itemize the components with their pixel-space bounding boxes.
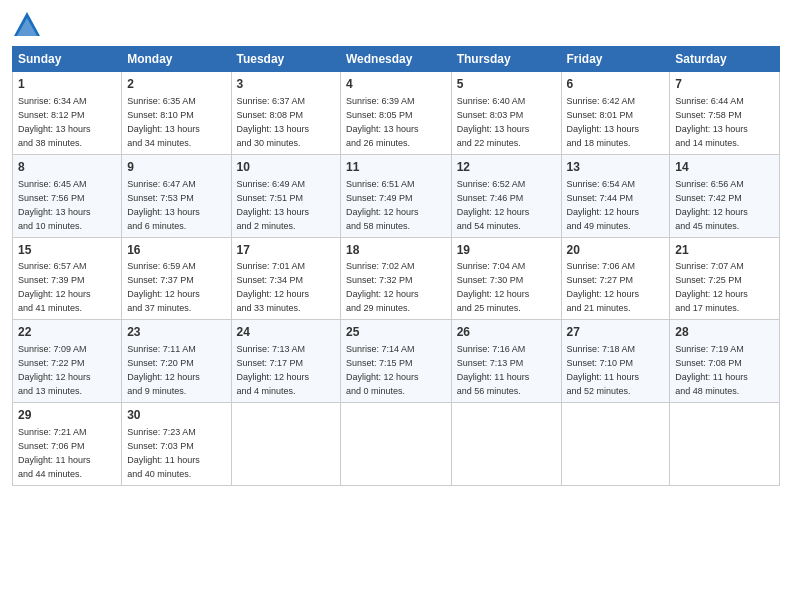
day-cell: 16Sunrise: 6:59 AMSunset: 7:37 PMDayligh… (122, 237, 231, 320)
day-cell: 2Sunrise: 6:35 AMSunset: 8:10 PMDaylight… (122, 72, 231, 155)
day-number: 14 (675, 159, 774, 176)
header-wednesday: Wednesday (340, 47, 451, 72)
day-number: 27 (567, 324, 665, 341)
header-row-days: SundayMondayTuesdayWednesdayThursdayFrid… (13, 47, 780, 72)
day-number: 8 (18, 159, 116, 176)
day-number: 28 (675, 324, 774, 341)
day-info: Sunrise: 6:51 AMSunset: 7:49 PMDaylight:… (346, 179, 419, 231)
day-info: Sunrise: 6:39 AMSunset: 8:05 PMDaylight:… (346, 96, 419, 148)
day-cell: 21Sunrise: 7:07 AMSunset: 7:25 PMDayligh… (670, 237, 780, 320)
day-cell (561, 403, 670, 486)
day-number: 29 (18, 407, 116, 424)
calendar-table: SundayMondayTuesdayWednesdayThursdayFrid… (12, 46, 780, 486)
day-number: 12 (457, 159, 556, 176)
day-cell: 29Sunrise: 7:21 AMSunset: 7:06 PMDayligh… (13, 403, 122, 486)
day-cell: 14Sunrise: 6:56 AMSunset: 7:42 PMDayligh… (670, 154, 780, 237)
day-info: Sunrise: 7:02 AMSunset: 7:32 PMDaylight:… (346, 261, 419, 313)
day-cell (670, 403, 780, 486)
day-cell: 20Sunrise: 7:06 AMSunset: 7:27 PMDayligh… (561, 237, 670, 320)
day-info: Sunrise: 6:34 AMSunset: 8:12 PMDaylight:… (18, 96, 91, 148)
header-monday: Monday (122, 47, 231, 72)
day-number: 5 (457, 76, 556, 93)
day-cell: 3Sunrise: 6:37 AMSunset: 8:08 PMDaylight… (231, 72, 340, 155)
week-row-1: 8Sunrise: 6:45 AMSunset: 7:56 PMDaylight… (13, 154, 780, 237)
day-info: Sunrise: 7:07 AMSunset: 7:25 PMDaylight:… (675, 261, 748, 313)
day-number: 11 (346, 159, 446, 176)
day-number: 6 (567, 76, 665, 93)
day-number: 9 (127, 159, 225, 176)
week-row-2: 15Sunrise: 6:57 AMSunset: 7:39 PMDayligh… (13, 237, 780, 320)
day-cell: 12Sunrise: 6:52 AMSunset: 7:46 PMDayligh… (451, 154, 561, 237)
day-number: 24 (237, 324, 335, 341)
day-cell (231, 403, 340, 486)
day-info: Sunrise: 7:23 AMSunset: 7:03 PMDaylight:… (127, 427, 200, 479)
day-cell: 4Sunrise: 6:39 AMSunset: 8:05 PMDaylight… (340, 72, 451, 155)
day-cell: 9Sunrise: 6:47 AMSunset: 7:53 PMDaylight… (122, 154, 231, 237)
day-number: 3 (237, 76, 335, 93)
day-cell: 6Sunrise: 6:42 AMSunset: 8:01 PMDaylight… (561, 72, 670, 155)
day-info: Sunrise: 7:14 AMSunset: 7:15 PMDaylight:… (346, 344, 419, 396)
day-cell: 7Sunrise: 6:44 AMSunset: 7:58 PMDaylight… (670, 72, 780, 155)
day-info: Sunrise: 6:56 AMSunset: 7:42 PMDaylight:… (675, 179, 748, 231)
logo-icon (12, 10, 42, 40)
day-info: Sunrise: 6:59 AMSunset: 7:37 PMDaylight:… (127, 261, 200, 313)
week-row-4: 29Sunrise: 7:21 AMSunset: 7:06 PMDayligh… (13, 403, 780, 486)
day-info: Sunrise: 7:01 AMSunset: 7:34 PMDaylight:… (237, 261, 310, 313)
day-number: 19 (457, 242, 556, 259)
day-cell: 26Sunrise: 7:16 AMSunset: 7:13 PMDayligh… (451, 320, 561, 403)
header-saturday: Saturday (670, 47, 780, 72)
day-cell: 22Sunrise: 7:09 AMSunset: 7:22 PMDayligh… (13, 320, 122, 403)
day-cell: 8Sunrise: 6:45 AMSunset: 7:56 PMDaylight… (13, 154, 122, 237)
day-cell: 10Sunrise: 6:49 AMSunset: 7:51 PMDayligh… (231, 154, 340, 237)
day-info: Sunrise: 6:45 AMSunset: 7:56 PMDaylight:… (18, 179, 91, 231)
logo (12, 10, 46, 40)
header-tuesday: Tuesday (231, 47, 340, 72)
day-info: Sunrise: 7:06 AMSunset: 7:27 PMDaylight:… (567, 261, 640, 313)
day-cell: 5Sunrise: 6:40 AMSunset: 8:03 PMDaylight… (451, 72, 561, 155)
main-container: SundayMondayTuesdayWednesdayThursdayFrid… (0, 0, 792, 496)
header-thursday: Thursday (451, 47, 561, 72)
header-sunday: Sunday (13, 47, 122, 72)
day-cell: 18Sunrise: 7:02 AMSunset: 7:32 PMDayligh… (340, 237, 451, 320)
header-row (12, 10, 780, 40)
day-number: 21 (675, 242, 774, 259)
day-info: Sunrise: 7:21 AMSunset: 7:06 PMDaylight:… (18, 427, 91, 479)
day-number: 15 (18, 242, 116, 259)
day-info: Sunrise: 7:19 AMSunset: 7:08 PMDaylight:… (675, 344, 748, 396)
day-info: Sunrise: 6:57 AMSunset: 7:39 PMDaylight:… (18, 261, 91, 313)
day-cell: 13Sunrise: 6:54 AMSunset: 7:44 PMDayligh… (561, 154, 670, 237)
day-info: Sunrise: 6:42 AMSunset: 8:01 PMDaylight:… (567, 96, 640, 148)
day-cell: 28Sunrise: 7:19 AMSunset: 7:08 PMDayligh… (670, 320, 780, 403)
day-cell: 11Sunrise: 6:51 AMSunset: 7:49 PMDayligh… (340, 154, 451, 237)
day-info: Sunrise: 7:13 AMSunset: 7:17 PMDaylight:… (237, 344, 310, 396)
day-number: 17 (237, 242, 335, 259)
day-number: 20 (567, 242, 665, 259)
day-cell: 15Sunrise: 6:57 AMSunset: 7:39 PMDayligh… (13, 237, 122, 320)
day-info: Sunrise: 6:54 AMSunset: 7:44 PMDaylight:… (567, 179, 640, 231)
day-cell: 30Sunrise: 7:23 AMSunset: 7:03 PMDayligh… (122, 403, 231, 486)
day-number: 7 (675, 76, 774, 93)
day-info: Sunrise: 6:35 AMSunset: 8:10 PMDaylight:… (127, 96, 200, 148)
day-info: Sunrise: 7:16 AMSunset: 7:13 PMDaylight:… (457, 344, 530, 396)
day-number: 16 (127, 242, 225, 259)
day-number: 30 (127, 407, 225, 424)
day-number: 22 (18, 324, 116, 341)
day-info: Sunrise: 6:47 AMSunset: 7:53 PMDaylight:… (127, 179, 200, 231)
day-number: 10 (237, 159, 335, 176)
day-info: Sunrise: 6:40 AMSunset: 8:03 PMDaylight:… (457, 96, 530, 148)
week-row-3: 22Sunrise: 7:09 AMSunset: 7:22 PMDayligh… (13, 320, 780, 403)
day-cell (451, 403, 561, 486)
day-info: Sunrise: 6:44 AMSunset: 7:58 PMDaylight:… (675, 96, 748, 148)
day-info: Sunrise: 7:18 AMSunset: 7:10 PMDaylight:… (567, 344, 640, 396)
calendar-body: 1Sunrise: 6:34 AMSunset: 8:12 PMDaylight… (13, 72, 780, 486)
day-info: Sunrise: 6:37 AMSunset: 8:08 PMDaylight:… (237, 96, 310, 148)
day-info: Sunrise: 7:11 AMSunset: 7:20 PMDaylight:… (127, 344, 200, 396)
day-cell: 25Sunrise: 7:14 AMSunset: 7:15 PMDayligh… (340, 320, 451, 403)
day-info: Sunrise: 6:52 AMSunset: 7:46 PMDaylight:… (457, 179, 530, 231)
day-info: Sunrise: 7:04 AMSunset: 7:30 PMDaylight:… (457, 261, 530, 313)
day-number: 23 (127, 324, 225, 341)
day-cell: 17Sunrise: 7:01 AMSunset: 7:34 PMDayligh… (231, 237, 340, 320)
day-number: 25 (346, 324, 446, 341)
day-number: 2 (127, 76, 225, 93)
header-friday: Friday (561, 47, 670, 72)
